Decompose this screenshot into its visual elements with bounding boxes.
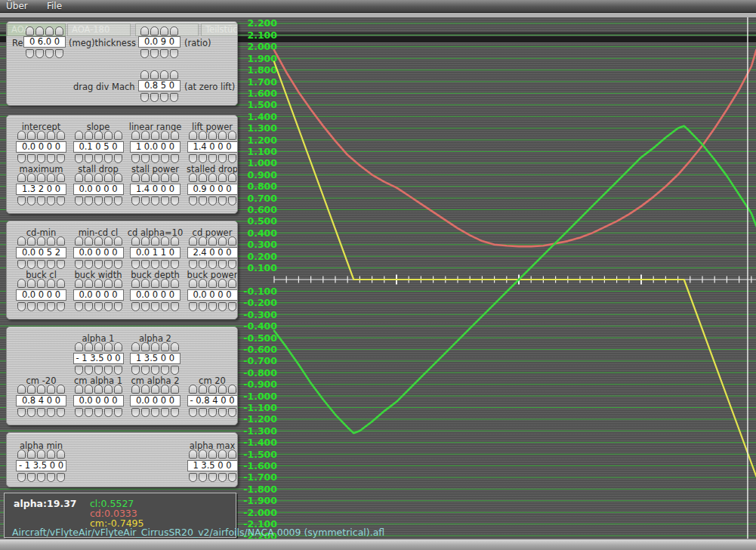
alpha-2-down-arrow[interactable] [141,366,150,375]
alpha-2-up-arrow[interactable] [161,342,169,351]
buck-width-up-arrow[interactable] [85,279,93,288]
stalled-drop-down-arrow[interactable] [208,196,217,205]
stalled-drop-down-arrow[interactable] [218,196,227,205]
linear-range-down-arrow[interactable] [161,154,169,163]
alpha-1-down-arrow[interactable] [104,366,113,375]
buck-depth-down-arrow[interactable] [161,302,169,311]
alpha-max-down-arrow[interactable] [189,473,197,482]
buck-cl-down-arrow[interactable] [17,302,26,311]
stall-power-down-arrow[interactable] [151,196,159,205]
cd-min-down-arrow[interactable] [37,260,45,269]
alpha-min-up-arrow[interactable] [47,450,55,459]
cm-alpha-2-up-arrow[interactable] [171,385,179,394]
cd-alpha-10-down-arrow[interactable] [151,260,159,269]
alpha-max-down-arrow[interactable] [199,473,207,482]
alpha-min-down-arrow[interactable] [47,473,55,482]
cd-power-up-arrow[interactable] [199,236,207,246]
cd-power-up-arrow[interactable] [208,236,217,246]
buck-power-down-arrow[interactable] [199,302,207,311]
cm-alpha-2-down-arrow[interactable] [131,408,140,417]
intercept-down-arrow[interactable] [37,154,45,163]
slope-down-arrow[interactable] [104,154,113,163]
thickness-down-arrow[interactable] [170,49,178,58]
stalled-drop-down-arrow[interactable] [199,196,207,205]
cm-20-up-arrow[interactable] [27,385,35,394]
alpha-min-up-arrow[interactable] [27,450,35,459]
buck-depth-down-arrow[interactable] [171,302,179,311]
intercept-up-arrow[interactable] [57,131,65,140]
buck-power-down-arrow[interactable] [189,302,197,311]
alpha-max-down-arrow[interactable] [218,473,227,482]
alpha-min-down-arrow[interactable] [17,473,26,482]
stalled-drop-value[interactable]: 0.9 0 0 0 [187,184,238,195]
alpha-2-up-arrow[interactable] [171,342,179,351]
lift-power-up-arrow[interactable] [199,131,207,140]
stall-power-down-arrow[interactable] [171,196,179,205]
alpha-2-down-arrow[interactable] [161,366,169,375]
slope-down-arrow[interactable] [94,154,103,163]
cm-alpha-1-down-arrow[interactable] [94,408,103,417]
maximum-down-arrow[interactable] [57,196,65,205]
cm-20-up-arrow[interactable] [228,385,236,394]
cm-20-down-arrow[interactable] [189,408,197,417]
alpha-1-up-arrow[interactable] [114,342,122,351]
alpha-2-up-arrow[interactable] [141,342,150,351]
stall-power-up-arrow[interactable] [171,173,179,182]
cd-alpha-10-up-arrow[interactable] [171,236,179,246]
cm-alpha-1-up-arrow[interactable] [85,385,93,394]
re-down-arrow[interactable] [55,49,63,58]
re-down-arrow[interactable] [35,49,44,58]
menu-file[interactable]: File [47,1,62,11]
lift-power-down-arrow[interactable] [208,154,217,163]
cm-20-up-arrow[interactable] [199,385,207,394]
linear-range-up-arrow[interactable] [161,131,169,140]
cd-alpha-10-up-arrow[interactable] [161,236,169,246]
maximum-down-arrow[interactable] [37,196,45,205]
cd-alpha-10-down-arrow[interactable] [131,260,140,269]
stall-drop-up-arrow[interactable] [94,173,103,182]
mach-down-arrow[interactable] [160,93,168,102]
maximum-down-arrow[interactable] [47,196,55,205]
cd-min-up-arrow[interactable] [47,236,55,246]
maximum-up-arrow[interactable] [57,173,65,182]
buck-depth-up-arrow[interactable] [151,279,159,288]
cm-alpha-2-up-arrow[interactable] [141,385,150,394]
alpha-max-down-arrow[interactable] [208,473,217,482]
stalled-drop-up-arrow[interactable] [218,173,227,182]
buck-width-down-arrow[interactable] [75,302,83,311]
cd-power-down-arrow[interactable] [208,260,217,269]
mach-up-arrow[interactable] [140,70,149,79]
lift-power-down-arrow[interactable] [199,154,207,163]
alpha-2-down-arrow[interactable] [171,366,179,375]
stall-drop-down-arrow[interactable] [104,196,113,205]
cm-20-down-arrow[interactable] [218,408,227,417]
cm-20-down-arrow[interactable] [208,408,217,417]
buck-power-up-arrow[interactable] [218,279,227,288]
buck-cl-value[interactable]: 0.0 0 0 0 [16,289,66,301]
alpha-min-up-arrow[interactable] [57,450,65,459]
mach-down-arrow[interactable] [170,93,178,102]
cd-alpha-10-up-arrow[interactable] [151,236,159,246]
intercept-down-arrow[interactable] [47,154,55,163]
cm-20-down-arrow[interactable] [27,408,35,417]
re-value[interactable]: 0 6.0 0 [23,36,66,48]
buck-cl-up-arrow[interactable] [27,279,35,288]
maximum-up-arrow[interactable] [27,173,35,182]
alpha-max-value[interactable]: 1 3.5 0 0 [187,460,238,471]
cd-min-down-arrow[interactable] [17,260,26,269]
buck-cl-up-arrow[interactable] [57,279,65,288]
alpha-max-up-arrow[interactable] [189,450,197,459]
stall-drop-down-arrow[interactable] [114,196,122,205]
stall-drop-value[interactable]: 0.0 0 0 0 [73,184,124,195]
linear-range-up-arrow[interactable] [131,131,140,140]
maximum-up-arrow[interactable] [37,173,45,182]
alpha-min-down-arrow[interactable] [27,473,35,482]
cm-20-value[interactable]: - 0.8 4 0 0 [187,395,238,406]
cm-alpha-2-up-arrow[interactable] [131,385,140,394]
min-cd-cl-up-arrow[interactable] [114,236,122,246]
lift-power-up-arrow[interactable] [218,131,227,140]
cm-alpha-2-down-arrow[interactable] [161,408,169,417]
mach-up-arrow[interactable] [160,70,168,79]
thickness-up-arrow[interactable] [160,26,168,36]
stalled-drop-up-arrow[interactable] [208,173,217,182]
